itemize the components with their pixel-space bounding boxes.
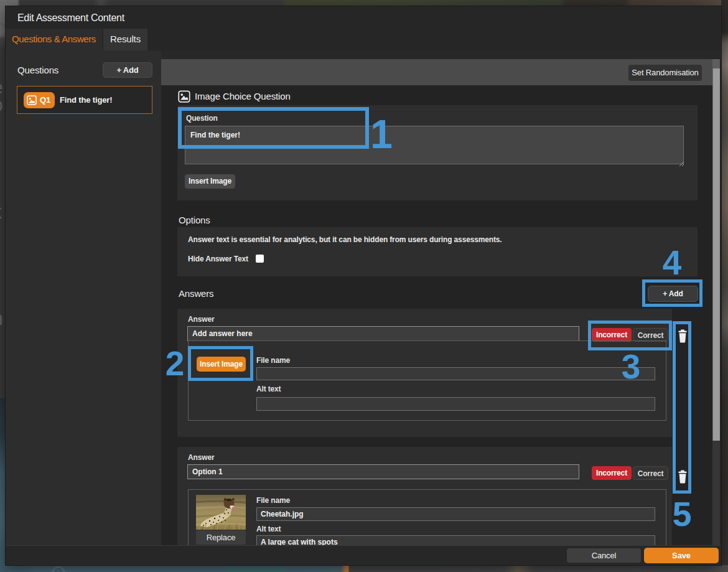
scrollbar-up-button[interactable] xyxy=(712,59,720,68)
answer-image-thumbnail xyxy=(196,495,246,530)
answer-card-2: Answer Incorrect Correct xyxy=(177,447,672,545)
replace-image-button[interactable]: Replace xyxy=(196,530,246,545)
background-text-fragment: k xyxy=(0,200,6,223)
answer-label: Answer xyxy=(188,315,214,324)
questions-sidebar: Questions + Add Q1 Find the tiger! xyxy=(6,50,161,545)
incorrect-toggle[interactable]: Incorrect xyxy=(592,466,632,480)
alt-text-input[interactable] xyxy=(256,535,655,545)
callout-number-2: 2 xyxy=(166,347,184,381)
background-left-sliver: C e o il k n xyxy=(0,6,6,398)
background-text-fragment: C xyxy=(0,19,6,42)
options-info-text: Answer text is essential for analytics, … xyxy=(188,235,502,244)
callout-number-5: 5 xyxy=(673,497,692,532)
background-bottom-sliver xyxy=(0,565,728,572)
cancel-button[interactable]: Cancel xyxy=(567,548,641,563)
answer-text-input[interactable] xyxy=(187,326,579,341)
modal-title: Edit Assessment Content xyxy=(17,6,124,29)
hide-answer-text-label: Hide Answer Text xyxy=(188,255,248,263)
callout-box-5 xyxy=(673,321,691,494)
correct-toggle[interactable]: Correct xyxy=(633,466,668,480)
question-toolbar: Set Randomisation xyxy=(161,59,712,85)
scrollbar-thumb[interactable] xyxy=(712,68,720,441)
save-button[interactable]: Save xyxy=(644,548,719,563)
modal-footer: Cancel Save xyxy=(6,545,721,565)
callout-box-4 xyxy=(642,279,702,307)
tab-bar: Questions & Answers Results xyxy=(6,29,721,50)
file-name-input[interactable] xyxy=(256,507,655,521)
alt-text-label: Alt text xyxy=(256,385,281,393)
textarea-resize-handle[interactable] xyxy=(679,161,684,167)
file-name-label: File name xyxy=(256,496,290,505)
add-question-button[interactable]: + Add xyxy=(103,62,152,78)
callout-box-1 xyxy=(178,107,369,149)
callout-number-3: 3 xyxy=(622,350,640,384)
background-text-fragment: o xyxy=(0,93,6,116)
callout-number-4: 4 xyxy=(663,246,681,280)
question-type-heading: Image Choice Question xyxy=(178,90,701,103)
tab-results[interactable]: Results xyxy=(103,29,147,50)
edit-assessment-modal: Edit Assessment Content Questions & Answ… xyxy=(6,6,721,565)
hide-answer-text-checkbox[interactable] xyxy=(256,255,264,263)
answer-text-input[interactable] xyxy=(187,464,579,479)
background-photo-right xyxy=(721,0,728,572)
alt-text-input[interactable] xyxy=(256,397,655,411)
modal-header: Edit Assessment Content xyxy=(6,6,721,29)
alt-text-label: Alt text xyxy=(256,525,281,533)
answer-label: Answer xyxy=(188,453,214,462)
options-heading: Options xyxy=(179,215,210,225)
answer-image-panel: Replace File name Alt text xyxy=(188,489,666,545)
question-item-label: Find the tiger! xyxy=(60,87,112,114)
background-text-fragment: il xyxy=(0,140,6,163)
file-name-label: File name xyxy=(256,356,290,365)
question-badge: Q1 xyxy=(24,92,55,108)
options-card: Answer text is essential for analytics, … xyxy=(177,227,698,276)
background-photo-left xyxy=(0,398,6,572)
callout-box-3 xyxy=(588,321,672,350)
background-top-sliver xyxy=(0,0,728,6)
set-randomisation-button[interactable]: Set Randomisation xyxy=(628,65,702,81)
answers-heading: Answers xyxy=(179,288,213,299)
insert-image-button[interactable]: Insert Image xyxy=(185,174,235,189)
callout-number-1: 1 xyxy=(370,115,392,154)
answer-image-panel: Insert Image File name Alt text xyxy=(188,340,666,421)
questions-heading: Questions xyxy=(17,65,58,75)
tab-questions-answers[interactable]: Questions & Answers xyxy=(6,29,102,50)
callout-box-2 xyxy=(188,346,253,381)
question-list-item[interactable]: Q1 Find the tiger! xyxy=(17,86,152,114)
image-icon xyxy=(27,95,37,105)
background-text-fragment: n xyxy=(0,307,6,330)
image-icon xyxy=(178,90,190,103)
question-number: Q1 xyxy=(40,92,50,108)
file-name-input[interactable] xyxy=(256,367,655,380)
